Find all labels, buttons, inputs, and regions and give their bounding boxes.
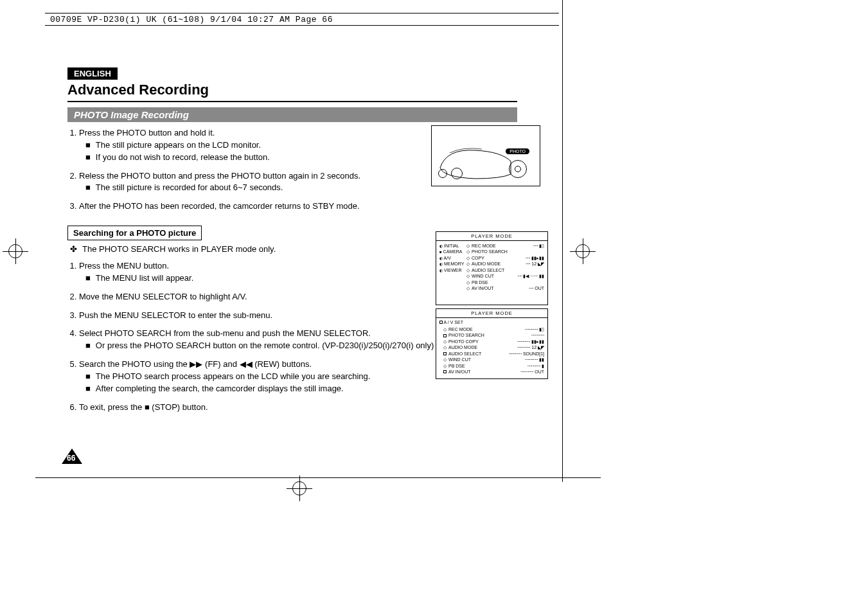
- osd-menu2-item: ◇ PB DSE·············· ▮: [443, 363, 544, 369]
- osd-menu-2: PLAYER MODE A / V SET ◇ REC MODE········…: [436, 308, 548, 379]
- square-bullet-icon: ■: [85, 272, 91, 285]
- step-sub-text: Or press the PHOTO SEARCH button on the …: [96, 340, 434, 352]
- camcorder-svg: [437, 145, 514, 181]
- page-line-vertical: [562, 0, 563, 482]
- square-bullet-icon: ■: [85, 383, 91, 395]
- crop-mark-bottom: [289, 475, 315, 501]
- osd-left-item: ◐ VIEWER: [439, 267, 466, 273]
- osd-right-item: ◇PHOTO SEARCH: [466, 249, 544, 254]
- fleuron-icon: ✤: [70, 244, 77, 254]
- subtitle-bar: PHOTO Image Recording: [67, 107, 517, 122]
- step-text: After the PHOTO has been recorded, the c…: [79, 200, 543, 213]
- osd-right-item: ◇AUDIO SELECT: [466, 267, 544, 273]
- lens-icon-2: [451, 168, 463, 179]
- osd-right-item: ◇AUDIO MODE····· 12 ◣◤: [466, 261, 544, 267]
- osd-menu-1-title: PLAYER MODE: [436, 232, 547, 241]
- lens-icon-1: [438, 169, 447, 178]
- photo-button-label: PHOTO: [506, 148, 529, 154]
- step-sub-text: The MENU list will appear.: [96, 272, 193, 285]
- step-text: To exit, press the ■ (STOP) button.: [79, 402, 543, 414]
- page-line-horizontal: [35, 477, 601, 478]
- proof-header: 00709E VP-D230(i) UK (61~108) 9/1/04 10:…: [45, 13, 559, 26]
- step-sub-text: If you do not wish to record, release th…: [96, 152, 270, 164]
- step-sub-text: The still picture is recorded for about …: [96, 182, 283, 194]
- step-item: To exit, press the ■ (STOP) button.: [79, 402, 543, 414]
- osd-right-item: ◇COPY····· ▮▮▸▮▮: [466, 255, 544, 261]
- osd-menu2-item: AV IN/OUT·············· OUT: [443, 369, 544, 375]
- language-badge: ENGLISH: [67, 67, 118, 80]
- osd-menu2-item: ◇ PHOTO COPY·············· ▮▮▸▮▮: [443, 339, 544, 344]
- sub-heading-box: Searching for a PHOTO picture: [67, 226, 202, 240]
- step-sub-text: After completing the search, the camcord…: [96, 383, 344, 395]
- record-button-icon: [509, 160, 527, 178]
- note-text: The PHOTO SEARCH works in PLAYER mode on…: [82, 244, 276, 254]
- osd-right-item: ◇REC MODE····· ▮▯: [466, 243, 544, 249]
- page-title: Advanced Recording: [67, 82, 517, 102]
- osd-right-item: ◇AV IN/OUT····· OUT: [466, 285, 544, 291]
- osd-right-item: ◇WIND CUT····· ▮◀ ······ ▮▮: [466, 273, 544, 279]
- square-bullet-icon: ■: [85, 152, 91, 164]
- osd-left-item: ◐ INITIAL: [439, 243, 466, 249]
- osd-menu2-item: ◇ WIND CUT·············· ▮▮: [443, 357, 544, 362]
- osd-right-item: ◇PB DSE: [466, 280, 544, 285]
- square-bullet-icon: ■: [85, 182, 91, 194]
- osd-left-item: ■ CAMERA: [439, 249, 466, 254]
- square-bullet-icon: ■: [85, 139, 91, 152]
- step-sub-text: The PHOTO search process appears on the …: [96, 371, 371, 383]
- step-sub-text: The still picture appears on the LCD mon…: [96, 139, 261, 152]
- step-sub-bullet: ■After completing the search, the camcor…: [85, 383, 543, 395]
- camcorder-illustration: PHOTO: [431, 125, 540, 186]
- osd-menu2-item: ◇ REC MODE·············· ▮▯: [443, 326, 544, 332]
- osd-menu2-item: PHOTO SEARCH··············: [443, 332, 544, 338]
- osd-menu2-item: AUDIO SELECT·············· SOUND[1]: [443, 351, 544, 357]
- osd-left-item: ◐ MEMORY: [439, 261, 466, 267]
- osd-menu2-item: ◇ AUDIO MODE·············· 12 ◣◤: [443, 344, 544, 350]
- osd-left-item: ◐ A/V: [439, 255, 466, 261]
- crop-mark-right: [572, 238, 598, 263]
- page-number: 66: [67, 454, 75, 463]
- crop-mark-left: [5, 238, 31, 263]
- step-item: After the PHOTO has been recorded, the c…: [79, 200, 543, 213]
- square-bullet-icon: ■: [85, 371, 91, 383]
- square-bullet-icon: ■: [85, 340, 91, 352]
- osd-menu-2-header: A / V SET: [439, 320, 544, 324]
- osd-menu-2-title: PLAYER MODE: [436, 309, 547, 318]
- osd-menu-1: PLAYER MODE ◐ INITIAL■ CAMERA◐ A/V◐ MEMO…: [436, 231, 548, 305]
